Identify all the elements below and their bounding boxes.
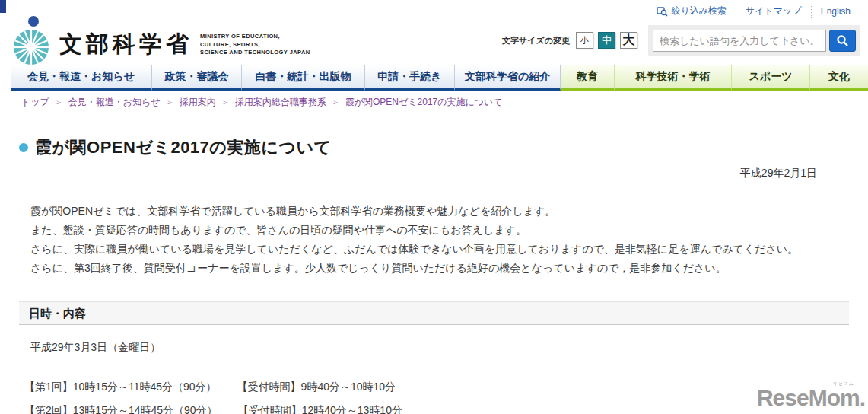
session-row: 【第1回】10時15分～11時45分（90分）【受付時間】9時40分～10時10… (24, 375, 849, 399)
corner-accent (0, 0, 6, 13)
page: 絞り込み検索 サイトマップ English (0, 0, 868, 414)
site-search (648, 25, 860, 56)
nav-item-whitepaper[interactable]: 白書・統計・出版物 (242, 65, 365, 91)
filter-search-label: 絞り込み検索 (671, 5, 727, 18)
watermark-suffix: . (860, 385, 865, 410)
watermark-ruby: リセマム (832, 381, 854, 386)
event-date: 平成29年3月3日（金曜日） (19, 341, 849, 355)
sitemap-label: サイトマップ (746, 5, 802, 18)
nav-item-sports[interactable]: スポーツ (732, 65, 810, 91)
watermark-text: ReseMom (757, 385, 860, 410)
session-time: 【第1回】10時15分～11時45分（90分） (24, 381, 217, 393)
site-name-en-line: SCIENCE AND TECHNOLOGY-JAPAN (200, 49, 310, 57)
section-heading-schedule: 日時・内容 (19, 301, 849, 325)
font-size-small-button[interactable]: 小 (576, 32, 593, 49)
nav-item-application[interactable]: 申請・手続き (365, 65, 455, 91)
search-icon (836, 34, 849, 47)
nav-item-about-mext[interactable]: 文部科学省の紹介 (455, 65, 561, 91)
sitemap-link[interactable]: サイトマップ (736, 5, 812, 18)
font-size-medium-button[interactable]: 中 (598, 32, 615, 49)
nav-item-culture[interactable]: 文化 (810, 65, 868, 91)
session-reception: 【受付時間】12時40分～13時10分 (238, 404, 402, 414)
breadcrumb-current: 霞が関OPENゼミ2017の実施について (345, 96, 503, 109)
nav-item-press[interactable]: 会見・報道・お知らせ (11, 65, 152, 91)
site-name-en-line: MINISTRY OF EDUCATION, (200, 33, 310, 41)
main-content: 霞が関OPENゼミ2017の実施について 平成29年2月1日 霞が関OPENゼミ… (0, 136, 868, 414)
nav-item-policy[interactable]: 政策・審議会 (152, 65, 242, 91)
font-size-large-button[interactable]: 大 (620, 32, 637, 49)
search-button[interactable] (829, 30, 856, 52)
breadcrumb-link-press[interactable]: 会見・報道・お知らせ (68, 96, 161, 109)
site-name-english: MINISTRY OF EDUCATION, CULTURE, SPORTS, … (200, 33, 310, 57)
session-reception: 【受付時間】9時40分～10時10分 (237, 381, 396, 393)
breadcrumb-link-recruit[interactable]: 採用案内 (180, 96, 216, 109)
breadcrumb-separator: ＞ (221, 97, 230, 108)
site-logo[interactable]: 文部科学省 MINISTRY OF EDUCATION, CULTURE, SP… (11, 15, 310, 65)
mext-flower-icon (11, 15, 53, 65)
breadcrumb-link-home[interactable]: トップ (21, 96, 49, 109)
nav-item-education[interactable]: 教育 (561, 65, 615, 91)
font-size-label: 文字サイズの変更 (502, 35, 570, 46)
site-header: 文部科学省 MINISTRY OF EDUCATION, CULTURE, SP… (0, 20, 868, 65)
breadcrumb-separator: ＞ (166, 97, 174, 108)
breadcrumb-link-recruit-general[interactable]: 採用案内総合職事務系 (235, 96, 326, 109)
filter-search-icon (657, 6, 668, 17)
watermark-resemom: リセマムReseMom. (757, 387, 865, 409)
filter-search-link[interactable]: 絞り込み検索 (647, 5, 736, 18)
published-date: 平成29年2月1日 (19, 167, 849, 180)
site-name: 文部科学省 (59, 29, 192, 60)
page-title: 霞が関OPENゼミ2017の実施について (35, 136, 331, 159)
paragraph: また、懇談・質疑応答の時間もありますので、皆さんの日頃の疑問や仕事への不安にもお… (30, 221, 849, 240)
english-link[interactable]: English (812, 6, 860, 17)
breadcrumb-separator: ＞ (55, 97, 63, 108)
intro-paragraphs: 霞が関OPENゼミでは、文部科学省で活躍している職員から文部科学省の業務概要や魅… (19, 202, 849, 278)
breadcrumb: トップ ＞ 会見・報道・お知らせ ＞ 採用案内 ＞ 採用案内総合職事務系 ＞ 霞… (0, 91, 868, 113)
search-input[interactable] (653, 30, 826, 52)
title-bullet-icon (19, 143, 28, 152)
session-time: 【第2回】13時15分～14時45分（90分） (24, 404, 218, 414)
breadcrumb-separator: ＞ (332, 97, 340, 108)
font-size-switcher: 文字サイズの変更 小 中 大 (502, 32, 637, 49)
nav-item-science[interactable]: 科学技術・学術 (615, 65, 732, 91)
header-tools: 文字サイズの変更 小 中 大 (502, 25, 860, 56)
session-row: 【第2回】13時15分～14時45分（90分）【受付時間】12時40分～13時1… (24, 399, 849, 414)
paragraph: さらに、第3回終了後、質問受付コーナーを設置します。少人数でじっくり質問いただけ… (30, 259, 849, 278)
paragraph: さらに、実際に職員が働いている職場を見学していただくなど、ふだんでは体験できない… (30, 240, 849, 259)
english-label: English (821, 6, 851, 17)
session-list: 【第1回】10時15分～11時45分（90分）【受付時間】9時40分～10時10… (19, 375, 849, 414)
paragraph: 霞が関OPENゼミでは、文部科学省で活躍している職員から文部科学省の業務概要や魅… (30, 202, 849, 221)
site-name-en-line: CULTURE, SPORTS, (200, 41, 310, 49)
page-title-row: 霞が関OPENゼミ2017の実施について (19, 136, 849, 159)
global-nav: 会見・報道・お知らせ 政策・審議会 白書・統計・出版物 申請・手続き 文部科学省… (11, 65, 868, 91)
